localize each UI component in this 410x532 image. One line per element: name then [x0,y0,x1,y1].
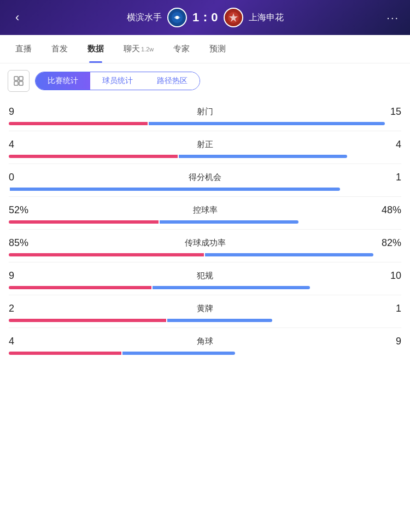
stat-label: 控球率 [42,205,368,215]
sub-tab-heatmap[interactable]: 路径热区 [145,72,200,90]
bar-right [160,220,298,224]
svg-rect-6 [19,81,23,85]
stat-left-value: 9 [9,270,42,282]
stat-right-value: 1 [368,303,401,314]
match-score: 1：0 [192,9,218,26]
stat-right-value: 1 [368,172,401,183]
stat-label: 传球成功率 [42,238,368,248]
stat-left-value: 52% [9,204,42,216]
stat-bars [9,122,401,125]
stats-container: 9射门154射正40得分机会152%控球率48%85%传球成功率82%9犯规10… [0,98,410,360]
bar-right [122,352,235,355]
match-info: 横滨水手 1：0 上海申花 [24,8,386,27]
more-button[interactable]: ··· [386,11,399,24]
stat-bars [9,352,401,355]
stat-row: 0得分机会1 [9,164,401,197]
stat-right-value: 9 [368,336,401,347]
tab-stats[interactable]: 数据 [78,35,114,63]
stat-bars [9,253,401,256]
stat-bars [9,220,401,224]
sub-nav-tabs: 比赛统计 球员统计 路径热区 [35,72,200,90]
bar-left [9,319,166,322]
stat-row: 9犯规10 [9,262,401,295]
stat-label: 射门 [42,107,368,117]
layout-icon[interactable] [8,70,30,92]
stat-label: 犯规 [42,271,368,281]
chat-badge: 1.2w [141,46,154,52]
stat-row: 52%控球率48% [9,197,401,230]
home-team-logo [167,8,187,27]
stat-right-value: 15 [368,106,401,118]
bar-right [205,253,374,256]
tab-expert[interactable]: 专家 [163,35,200,63]
away-team-logo [224,8,243,27]
stat-row: 9射门15 [9,98,401,131]
bar-left [9,352,121,355]
stat-row: 4角球9 [9,328,401,360]
stat-left-value: 9 [9,106,42,118]
nav-tabs: 直播 首发 数据 聊天1.2w 专家 预测 [0,35,410,63]
match-header: ‹ 横滨水手 1：0 上海申花 ··· [0,0,410,35]
bar-right [153,286,310,289]
svg-point-1 [175,16,179,19]
stat-left-value: 4 [9,139,42,150]
svg-rect-3 [14,77,18,80]
bar-left [9,220,159,224]
stat-row: 2黄牌1 [9,295,401,328]
stat-right-value: 4 [368,139,401,150]
bar-right [149,122,385,125]
bar-right [10,188,340,191]
tab-live[interactable]: 直播 [5,35,42,63]
sub-tab-player-stats[interactable]: 球员统计 [90,72,145,90]
home-team-name: 横滨水手 [127,12,162,24]
stat-bars [9,319,401,322]
stat-right-value: 82% [368,237,401,249]
stat-label: 射正 [42,139,368,150]
away-team-name: 上海申花 [249,12,284,24]
bar-left [9,286,151,289]
bar-left [9,122,148,125]
bar-right [167,319,272,322]
stat-right-value: 48% [368,204,401,216]
stat-left-value: 2 [9,303,42,314]
bar-left [9,253,204,256]
bar-right [179,155,348,158]
stat-bars [9,155,401,158]
bar-left [9,155,178,158]
sub-tab-match-stats[interactable]: 比赛统计 [36,72,90,90]
tab-predict[interactable]: 预测 [200,35,236,63]
sub-nav: 比赛统计 球员统计 路径热区 [0,63,410,98]
stat-label: 角球 [42,336,368,347]
stat-left-value: 4 [9,336,42,347]
tab-lineup[interactable]: 首发 [42,35,78,63]
tab-chat[interactable]: 聊天1.2w [114,35,163,63]
stat-row: 85%传球成功率82% [9,230,401,262]
stat-label: 黄牌 [42,303,368,314]
stat-row: 4射正4 [9,131,401,164]
svg-rect-4 [19,77,23,80]
stat-right-value: 10 [368,270,401,282]
back-button[interactable]: ‹ [11,8,24,27]
stat-bars [9,188,401,191]
svg-rect-5 [14,81,18,85]
stat-left-value: 85% [9,237,42,249]
stat-bars [9,286,401,289]
stat-left-value: 0 [9,172,42,183]
stat-label: 得分机会 [42,172,368,183]
